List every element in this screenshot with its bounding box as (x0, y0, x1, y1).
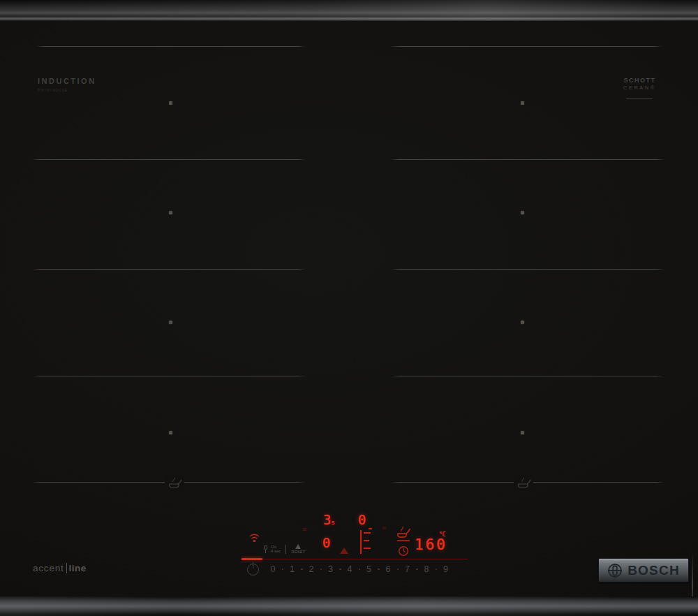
zone-marker-dot (521, 431, 524, 434)
schott-line2: CERAN® (623, 85, 656, 91)
power-slider-active-bar[interactable] (242, 558, 262, 560)
bosch-badge: BOSCH (598, 558, 689, 582)
zone-marker-dot (521, 101, 524, 105)
zone-marker-dot (169, 101, 172, 105)
pan-icon (514, 474, 533, 490)
zone-marker-dot (169, 431, 172, 434)
scale-dot (359, 569, 361, 571)
accentline-right: line (69, 563, 87, 573)
power-level-7[interactable]: 7 (403, 564, 413, 574)
zone-line (36, 46, 306, 47)
schott-ceran-logo: SCHOTT CERAN® (623, 77, 656, 99)
scale-dot (320, 569, 322, 571)
timer-clock-icon[interactable] (398, 545, 409, 559)
temperature-display: 160 (415, 536, 447, 553)
power-level-1[interactable]: 1 (288, 564, 297, 574)
zone-marker-dot (521, 211, 524, 214)
scale-dot (397, 569, 399, 571)
power-slider-track[interactable] (264, 559, 468, 559)
power-level-scale[interactable]: 0 1 2 3 4 5 6 7 8 9 (268, 564, 451, 574)
schott-line1: SCHOTT (623, 77, 656, 84)
scale-dot (378, 569, 380, 571)
accentline-left: accent (33, 563, 64, 573)
scale-dot (416, 569, 418, 571)
power-level-8[interactable]: 8 (422, 564, 431, 574)
induction-label: INDUCTION (38, 77, 96, 85)
power-level-2[interactable]: 2 (306, 564, 316, 574)
dim-indicator: ≡ (302, 525, 306, 533)
reset-label: RESET (291, 550, 305, 555)
pan-icon (165, 474, 184, 490)
power-level-4[interactable]: 4 (345, 564, 355, 574)
power-level-5[interactable]: 5 (364, 564, 374, 574)
home-connect-wifi-icon[interactable] (248, 533, 260, 545)
accentline-divider (66, 563, 67, 573)
hint-divider (285, 545, 286, 554)
scale-dot (301, 569, 303, 571)
zone-line (391, 376, 664, 376)
zone-line (32, 269, 306, 270)
zone-line (32, 376, 306, 376)
bosch-logo-icon (607, 563, 623, 578)
scale-dot (436, 569, 438, 571)
child-lock-reset-hints[interactable]: On 4 sec RESET (263, 544, 305, 555)
power-button[interactable] (247, 564, 259, 575)
temperature-unit: °C (439, 531, 446, 538)
pan-position-indicator-icon (359, 527, 374, 559)
scale-dot (282, 569, 284, 571)
power-level-6[interactable]: 6 (383, 564, 393, 574)
scale-dot (339, 569, 341, 571)
zone-display-top-right: 0 (358, 512, 366, 527)
lock-hint-line2: 4 sec (271, 549, 281, 554)
power-level-9[interactable]: 9 (441, 564, 451, 574)
schott-rule (626, 98, 653, 99)
zone-marker-dot (521, 321, 524, 324)
reset-warning-icon (295, 544, 301, 549)
key-icon (263, 545, 268, 554)
zone-line (391, 159, 664, 160)
zone-line (32, 159, 306, 160)
accentline-logo: accent line (33, 563, 87, 573)
induction-hob: INDUCTION PXY875DC1E SCHOTT CERAN® (0, 0, 698, 616)
dim-indicator: ≈ (382, 524, 386, 531)
zone-marker-dot (169, 321, 172, 324)
induction-branding: INDUCTION PXY875DC1E (38, 77, 96, 92)
reset-hint: RESET (291, 544, 305, 555)
lock-hint: On 4 sec (271, 545, 281, 554)
bosch-wordmark: BOSCH (628, 563, 680, 578)
power-level-3[interactable]: 3 (326, 564, 336, 574)
zone-display-top-left: 3s (323, 512, 335, 527)
frying-sensor-icon[interactable] (395, 525, 413, 541)
zone-line (391, 269, 664, 270)
top-bezel (0, 0, 698, 21)
zone-display-mid-left: 0 (322, 535, 330, 550)
bottom-bezel (0, 596, 698, 616)
zone-marker-dot (169, 211, 172, 214)
glass-surface: INDUCTION PXY875DC1E SCHOTT CERAN® (0, 21, 698, 596)
zone-line (391, 46, 662, 47)
power-level-0[interactable]: 0 (268, 564, 278, 574)
alert-triangle-icon (340, 548, 348, 554)
model-text: PXY875DC1E (38, 88, 96, 92)
power-icon (253, 562, 254, 569)
sensor-divider (397, 540, 410, 541)
